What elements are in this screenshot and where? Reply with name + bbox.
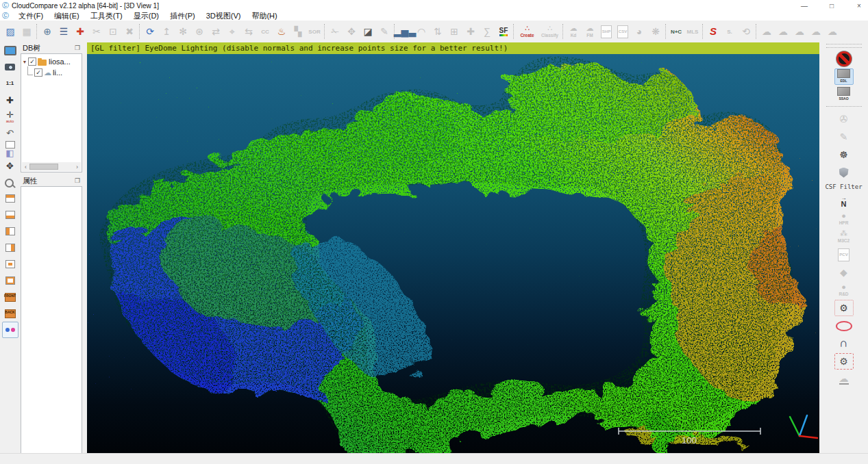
menu-3dview[interactable]: 3D视图(V): [201, 11, 247, 21]
scrollbar-thumb[interactable]: [29, 164, 58, 170]
plugin-cloud-1-button[interactable]: ☁: [759, 23, 775, 40]
canupo-create-button[interactable]: ∴ Create: [517, 23, 538, 40]
north-arrow-button[interactable]: → N: [834, 193, 854, 209]
ssao-filter-button[interactable]: SSAO: [834, 86, 854, 103]
virtual-broom-button[interactable]: ☁: [834, 371, 854, 387]
m3c2-plugin-button[interactable]: ⁂ M3C2: [834, 229, 854, 245]
curve-fit-button[interactable]: ◠: [414, 23, 430, 40]
plugin-cloud-3-button[interactable]: ☁: [792, 23, 808, 40]
screenshot-button[interactable]: [2, 59, 18, 75]
broom-plugin-button[interactable]: ✎: [834, 129, 854, 145]
subsample-button[interactable]: ✻: [175, 23, 191, 40]
menu-tools[interactable]: 工具类(T): [85, 11, 128, 21]
animation-plugin-button[interactable]: ✇: [834, 111, 854, 127]
add-constant-sf-button[interactable]: ✚: [463, 23, 479, 40]
hough-normals-button[interactable]: ⚙: [834, 353, 854, 370]
zoom-1-1-button[interactable]: 1:1: [2, 75, 18, 92]
expander-icon[interactable]: ▼: [21, 60, 28, 64]
view-back-button[interactable]: BACK: [2, 305, 18, 322]
cloud-cloud-distance-button[interactable]: CC: [258, 23, 273, 40]
sf-minmax-button[interactable]: ⇅: [430, 23, 446, 40]
normals-compute-button[interactable]: N+C: [669, 23, 684, 40]
menu-plugins[interactable]: 插件(P): [164, 11, 201, 21]
point-pair-registration-button[interactable]: ⊡: [106, 23, 121, 40]
view-front-button[interactable]: FRONT: [2, 289, 18, 305]
clone-button[interactable]: ⟳: [142, 23, 158, 40]
tree-item-cloud[interactable]: ✓ ☁ li...: [21, 67, 82, 78]
trace-polyline-button[interactable]: ✎: [377, 23, 393, 40]
shp-file-button[interactable]: SHP: [599, 23, 615, 40]
spline-fit-button[interactable]: S.: [722, 23, 738, 40]
merge-button[interactable]: ↥: [159, 23, 175, 40]
scroll-left-arrow[interactable]: ‹: [22, 164, 29, 170]
pick-rotation-center-button[interactable]: ✚: [2, 92, 18, 108]
cork-plugin-button[interactable]: ⚙: [834, 300, 854, 316]
horizontal-scrollbar[interactable]: ‹ ›: [22, 162, 81, 171]
disable-gl-filter-button[interactable]: [834, 51, 854, 67]
minimize-button[interactable]: —: [799, 2, 809, 10]
close-button[interactable]: ×: [854, 2, 864, 10]
plugin-cloud-2-button[interactable]: ☁: [776, 23, 791, 40]
fine-registration-button[interactable]: ⇆: [241, 23, 257, 40]
view-front-iso-button[interactable]: [2, 256, 18, 272]
kd-tree-button[interactable]: ☁ Kd: [566, 23, 582, 40]
view-right-button[interactable]: [2, 240, 18, 256]
hpr-plugin-button[interactable]: ● HPR: [834, 211, 854, 227]
tree-item-label[interactable]: li...: [53, 68, 62, 77]
tree-item-label[interactable]: liosa...: [49, 57, 71, 66]
zoom-fit-button[interactable]: [2, 174, 18, 190]
histogram-button[interactable]: ▂▅▃: [397, 23, 413, 40]
sf-arithmetic-button[interactable]: ∑: [480, 23, 495, 40]
delete-button[interactable]: ✖: [122, 23, 138, 40]
float-panel-icon[interactable]: ❐: [75, 177, 80, 184]
facets-plugin-button[interactable]: ∩: [834, 335, 854, 352]
save-button[interactable]: ▦: [19, 23, 35, 40]
console-button[interactable]: ☰: [56, 23, 72, 40]
toolbar-grip[interactable]: [826, 44, 862, 48]
open-button[interactable]: ▨: [3, 23, 18, 40]
octree-button[interactable]: ⊛: [192, 23, 208, 40]
point-list-picking-button[interactable]: ✚: [73, 23, 88, 40]
plugin-cloud-5-button[interactable]: ☁: [825, 23, 841, 40]
pcv-plugin-button[interactable]: PCV: [834, 246, 854, 263]
pie-sphere-button[interactable]: ◕: [632, 23, 647, 40]
menu-edit[interactable]: 编辑(E): [49, 11, 85, 21]
register-icp-button[interactable]: ⇄: [208, 23, 224, 40]
cross-section-scissors-button[interactable]: ✁: [327, 23, 343, 40]
checkerboard-button[interactable]: ▚: [290, 23, 306, 40]
segment-button[interactable]: ✂: [89, 23, 105, 40]
canupo-classify-button[interactable]: ∴ Classify: [539, 23, 561, 40]
sf-gradient-button[interactable]: ⊞: [447, 23, 462, 40]
point-cloud-render[interactable]: 100: [87, 54, 819, 453]
translate-rotate-button[interactable]: ✥: [344, 23, 360, 40]
unroll-button[interactable]: ⟲: [739, 23, 754, 40]
statistical-test-button[interactable]: ♨: [274, 23, 290, 40]
refresh-display-button[interactable]: [2, 42, 18, 59]
plugin-cloud-4-button[interactable]: ☁: [808, 23, 824, 40]
edl-filter-button[interactable]: EDL: [834, 68, 854, 85]
auto-pick-center-button[interactable]: ✛ auto: [2, 108, 18, 125]
view-back-iso-button[interactable]: [2, 272, 18, 289]
mls-button[interactable]: MLS: [685, 23, 701, 40]
ransac-plugin-button[interactable]: ● R&D: [834, 282, 854, 298]
maximize-button[interactable]: □: [827, 2, 836, 10]
csf-filter-button[interactable]: CSF Filter: [822, 182, 866, 192]
view-top-button[interactable]: [2, 190, 18, 207]
clipping-box-button[interactable]: ◪: [360, 23, 376, 40]
checkbox[interactable]: ✓: [28, 57, 36, 66]
menu-display[interactable]: 显示(D): [128, 11, 164, 21]
pan-mode-button[interactable]: ✥: [2, 157, 18, 174]
canupo-shield-button[interactable]: [834, 164, 854, 181]
ellipser-plugin-button[interactable]: [834, 318, 854, 334]
float-panel-icon[interactable]: ❐: [75, 44, 80, 51]
view-bottom-button[interactable]: [2, 207, 18, 223]
spline-button[interactable]: S: [706, 23, 721, 40]
wireframe-globe-button[interactable]: ❋: [648, 23, 664, 40]
align-button[interactable]: ⌖: [225, 23, 240, 40]
fm-button[interactable]: ☁ FM: [582, 23, 598, 40]
checkbox[interactable]: ✓: [34, 68, 42, 77]
stereo-mode-button[interactable]: [2, 322, 18, 338]
poisson-recon-button[interactable]: ◆: [834, 264, 854, 281]
scalar-fields-button[interactable]: SF: [496, 23, 512, 40]
compass-plugin-button[interactable]: ☸: [834, 146, 854, 163]
